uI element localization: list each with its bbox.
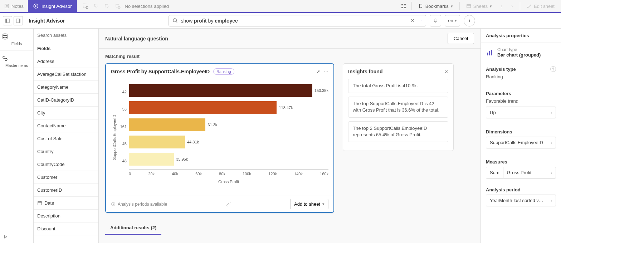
bookmarks-label: Bookmarks [425,4,449,9]
asset-row[interactable]: CategoryName [34,81,98,94]
asset-row[interactable]: Customer [34,171,98,184]
additional-results-tab[interactable]: Additional results (2) [105,221,161,235]
analysis-period-value: YearMonth-last sorted v… [490,198,543,203]
analysis-period-chip[interactable]: YearMonth-last sorted v… › [486,195,556,206]
insight-advisor-tab[interactable]: Insight Advisor [28,0,77,12]
chevron-right-icon: › [551,141,552,145]
step-back-icon[interactable] [93,3,100,10]
asset-row[interactable]: Discount [34,222,98,235]
search-icon [172,18,178,23]
close-icon[interactable]: ✕ [444,69,448,74]
language-selector[interactable]: en▾ [445,15,460,26]
asset-row[interactable]: Address [34,55,98,68]
svg-rect-23 [435,19,436,21]
step-forward-icon[interactable] [103,3,111,10]
search-input[interactable]: show profit by employee [181,18,408,24]
props-header: Analysis properties [481,29,561,43]
bar-row[interactable]: 118.47k [129,101,328,114]
notes-label: Notes [11,4,24,9]
asset-row[interactable]: City [34,107,98,119]
grid-icon[interactable] [399,1,409,11]
asset-row[interactable]: Description [34,210,98,222]
nlq-title: Natural language question [105,36,168,41]
measure-chip[interactable]: Sum Gross Profit › [486,167,556,178]
insight-item: The top SupportCalls.EmployeeID is 42 wi… [348,97,448,117]
notes-icon [4,4,9,9]
svg-rect-6 [94,4,97,7]
next-sheet-button[interactable]: › [507,1,517,11]
clear-search-icon[interactable]: ✕ [411,18,415,23]
submit-search-icon[interactable]: → [418,18,422,23]
parameters-label: Parameters [486,91,556,96]
asset-row[interactable]: Country [34,145,98,158]
bar-row[interactable]: 35.95k [129,153,328,166]
rail-fields[interactable]: Fields [0,29,33,50]
asset-search[interactable] [34,29,98,42]
asset-search-input[interactable] [37,33,95,38]
cancel-button[interactable]: Cancel [448,33,474,44]
bar-row[interactable]: 61.3k [129,118,328,131]
analysis-period-label: Analysis period [486,187,556,192]
insights-list: The total Gross Profit is 410.9k.The top… [348,79,448,142]
microphone-icon[interactable] [430,15,441,26]
bookmark-icon [418,4,423,9]
dimension-value: SupportCalls.EmployeeID [490,140,543,145]
svg-rect-12 [404,4,406,5]
lang-label: en [448,18,453,23]
info-button[interactable]: i [464,15,475,26]
measure-agg[interactable]: Sum [486,167,503,178]
topbar-right: Bookmarks ▾ Sheets ▾ ‹ › Edit sheet [399,0,561,12]
assets-header: Fields [34,42,98,55]
assets-panel: Fields AddressAverageCallSatisfactionCat… [34,29,99,243]
parameters-section: Parameters Favorable trend Up › [481,87,561,125]
asset-row[interactable]: CustomerID [34,184,98,197]
svg-rect-13 [401,7,403,8]
rail-master-items[interactable]: Master items [0,50,33,72]
measures-label: Measures [486,159,556,165]
content-area: Natural language question Cancel Matchin… [99,29,480,243]
panel-left-toggle[interactable] [3,16,12,25]
ranking-badge: Ranking [213,68,234,75]
chart-footer: Analysis periods available Add to sheet … [106,196,333,212]
edit-sheet-label: Edit sheet [534,4,555,9]
measure-value-chip[interactable]: Gross Profit › [503,167,556,178]
notes-button[interactable]: Notes [0,0,28,12]
asset-row[interactable]: Date [34,197,98,210]
svg-rect-33 [487,53,488,55]
svg-rect-27 [38,201,42,205]
prev-sheet-button[interactable]: ‹ [496,1,506,11]
database-icon [1,33,32,40]
assets-list[interactable]: AddressAverageCallSatisfactionCategoryNa… [34,55,98,243]
edit-chart-icon[interactable] [226,201,231,207]
asset-row[interactable]: ContactName [34,119,98,132]
chart-body: SupportCalls.EmployeeID 42531614548 150.… [106,79,333,196]
bookmarks-button[interactable]: Bookmarks ▾ [415,0,457,12]
add-to-sheet-label: Add to sheet [294,201,320,207]
chart-header: Gross Profit by SupportCalls.EmployeeID … [106,64,333,79]
sheets-button[interactable]: Sheets ▾ [463,0,496,12]
bar-row[interactable]: 150.35k [129,84,328,97]
rail-collapse-button[interactable] [0,231,33,243]
add-to-sheet-button[interactable]: Add to sheet ▾ [290,199,328,209]
dimension-chip[interactable]: SupportCalls.EmployeeID › [486,137,556,148]
analysis-type-label: Analysis type [486,67,516,72]
help-icon[interactable]: ? [550,66,556,72]
dimensions-section: Dimensions SupportCalls.EmployeeID › [481,125,561,155]
asset-row[interactable]: CountryCode [34,158,98,171]
chevron-right-icon: › [551,111,552,115]
expand-icon[interactable]: ⤢ [316,69,320,74]
clear-selections-icon[interactable] [114,3,121,10]
asset-row[interactable]: AverageCallSatisfaction [34,68,98,81]
asset-row[interactable]: CatID-CategoryID [34,94,98,107]
measure-value: Gross Profit [507,170,532,175]
asset-row[interactable]: Cost of Sale [34,132,98,145]
main: Fields Master items Fields AddressAverag… [0,29,561,243]
selection-search-icon[interactable] [82,3,89,10]
svg-rect-18 [6,19,7,23]
edit-sheet-button[interactable]: Edit sheet [523,0,558,12]
favorable-trend-selector[interactable]: Up › [486,107,556,118]
more-icon[interactable]: ⋯ [324,69,328,74]
search-box[interactable]: show profit by employee ✕ → [169,15,426,26]
panel-right-toggle[interactable] [14,16,23,25]
bar-row[interactable]: 44.81k [129,136,328,148]
